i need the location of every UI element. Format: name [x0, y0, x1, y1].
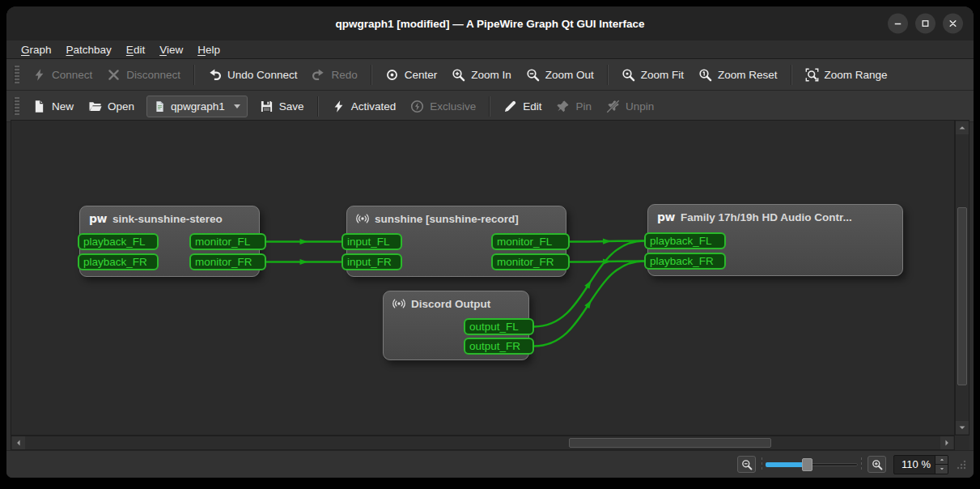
node-title: Discord Output — [411, 298, 490, 310]
slider-tick — [762, 457, 762, 472]
status-bar: 110 % — [6, 450, 974, 478]
zoom-percent-value[interactable]: 110 % — [894, 456, 935, 474]
menu-help[interactable]: Help — [190, 42, 227, 57]
connection-line[interactable] — [570, 262, 644, 262]
connection-line[interactable] — [570, 241, 644, 242]
port-sunshine-monitor-fr[interactable]: monitor_FR — [491, 253, 570, 270]
port-sunshine-input-fr[interactable]: input_FR — [342, 253, 402, 270]
zoom-fit-button[interactable]: Zoom Fit — [614, 65, 691, 85]
port-label: playback_FR — [83, 256, 147, 268]
close-button[interactable] — [943, 14, 963, 34]
port-label: input_FL — [347, 236, 390, 248]
toolbar-button-label: Activated — [351, 100, 397, 113]
chevron-down-icon — [234, 104, 240, 108]
menu-view[interactable]: View — [152, 42, 190, 57]
connection-arrow-icon — [584, 279, 593, 288]
menu-bar: GraphPatchbayEditViewHelp — [6, 40, 974, 59]
toolbar-button-label: Open — [108, 100, 134, 113]
toolbar-button-label: Undo Connect — [227, 69, 297, 81]
exclusive-button[interactable]: Exclusive — [403, 96, 483, 117]
activated-icon — [332, 100, 346, 113]
port-sink-monitor-fr[interactable]: monitor_FR — [189, 253, 266, 270]
title-bar[interactable]: qpwgraph1 [modified] — A PipeWire Graph … — [6, 6, 974, 40]
undo-connect-button[interactable]: Undo Connect — [201, 65, 304, 85]
broadcast-icon — [392, 297, 405, 310]
pipewire-icon: pw — [89, 212, 107, 225]
port-label: output_FR — [469, 340, 520, 352]
toolbar-patchbay: NewOpenqpwgraph1SaveActivatedExclusiveEd… — [6, 91, 974, 122]
new-button[interactable]: New — [25, 96, 81, 117]
vertical-scrollbar-thumb[interactable] — [957, 207, 967, 385]
zoom-out-button[interactable]: Zoom Out — [519, 65, 601, 85]
zoom-fit-icon — [622, 68, 635, 82]
menu-patchbay[interactable]: Patchbay — [59, 42, 119, 57]
scroll-down-button[interactable] — [956, 421, 969, 434]
connect-button[interactable]: Connect — [25, 65, 100, 85]
toolbar-button-label: Unpin — [626, 100, 654, 113]
toolbar-separator — [791, 65, 792, 85]
toolbar-separator — [489, 96, 490, 117]
scroll-left-button[interactable] — [12, 436, 25, 449]
minimize-icon — [892, 18, 904, 30]
port-sunshine-monitor-fl[interactable]: monitor_FL — [491, 233, 570, 250]
spin-down-button[interactable] — [935, 465, 948, 474]
resize-grip[interactable] — [956, 459, 966, 470]
toolbar-button-label: Redo — [331, 69, 357, 81]
graph-canvas[interactable]: pwsink-sunshine-stereoplayback_FLplaybac… — [11, 120, 955, 436]
toolbar-main: ConnectDisconnectUndo ConnectRedoCenterZ… — [6, 59, 974, 91]
toolbar-separator — [317, 96, 319, 117]
zoom-in-button[interactable] — [868, 456, 886, 473]
pin-icon — [556, 100, 570, 113]
save-button[interactable]: Save — [252, 96, 312, 117]
zoom-reset-button[interactable]: Zoom Reset — [691, 65, 785, 85]
zoom-slider[interactable] — [763, 457, 860, 473]
port-discord-output-fl[interactable]: output_FL — [464, 318, 534, 335]
zoom-range-icon — [805, 68, 819, 82]
pin-button[interactable]: Pin — [549, 96, 599, 117]
toolbar-handle[interactable] — [14, 97, 19, 115]
spin-up-button[interactable] — [935, 456, 948, 466]
toolbar-separator — [607, 65, 609, 85]
menu-graph[interactable]: Graph — [14, 42, 59, 57]
activated-button[interactable]: Activated — [325, 96, 404, 117]
window-title: qpwgraph1 [modified] — A PipeWire Graph … — [335, 18, 644, 30]
unpin-button[interactable]: Unpin — [599, 96, 661, 117]
port-sink-playback-fr[interactable]: playback_FR — [78, 253, 159, 270]
node-header: Discord Output — [384, 291, 528, 316]
toolbar-button-label: Connect — [52, 69, 92, 81]
minimize-button[interactable] — [888, 14, 908, 34]
menu-edit[interactable]: Edit — [119, 42, 152, 57]
port-sink-monitor-fl[interactable]: monitor_FL — [189, 233, 266, 250]
zoom-slider-handle[interactable] — [802, 458, 812, 471]
open-button[interactable]: Open — [81, 96, 142, 117]
redo-button[interactable]: Redo — [304, 65, 364, 85]
horizontal-scrollbar-thumb[interactable] — [569, 438, 771, 448]
zoom-in-button[interactable]: Zoom In — [444, 65, 519, 85]
maximize-button[interactable] — [915, 14, 935, 34]
horizontal-scrollbar[interactable] — [11, 436, 955, 450]
zoom-range-button[interactable]: Zoom Range — [798, 65, 895, 85]
edit-button[interactable]: Edit — [496, 96, 549, 117]
disconnect-button[interactable]: Disconnect — [100, 65, 188, 85]
slider-tick — [861, 457, 862, 472]
port-discord-output-fr[interactable]: output_FR — [464, 338, 534, 355]
port-sunshine-input-fl[interactable]: input_FL — [342, 233, 402, 250]
toolbar-button-label: Pin — [575, 100, 592, 113]
port-family-playback-fr[interactable]: playback_FR — [644, 253, 726, 270]
port-label: input_FR — [347, 256, 392, 268]
toolbar-button-label: Zoom In — [471, 69, 511, 81]
node-title: Family 17h/19h HD Audio Contr... — [681, 211, 852, 223]
toolbar-handle[interactable] — [14, 66, 19, 83]
patchbay-profile-combo[interactable]: qpwgraph1 — [146, 96, 248, 117]
zoom-out-button[interactable] — [737, 456, 756, 473]
scroll-up-button[interactable] — [956, 121, 969, 134]
scroll-right-button[interactable] — [940, 436, 953, 449]
toolbar-button-label: Center — [405, 69, 438, 81]
port-family-playback-fl[interactable]: playback_FL — [644, 232, 726, 249]
toolbar-button-label: Zoom Fit — [641, 69, 684, 81]
port-sink-playback-fl[interactable]: playback_FL — [78, 233, 159, 250]
vertical-scrollbar[interactable] — [955, 120, 969, 436]
center-button[interactable]: Center — [378, 65, 445, 85]
zoom-percent-spinbox[interactable]: 110 % — [893, 455, 948, 474]
redo-icon — [312, 68, 325, 82]
